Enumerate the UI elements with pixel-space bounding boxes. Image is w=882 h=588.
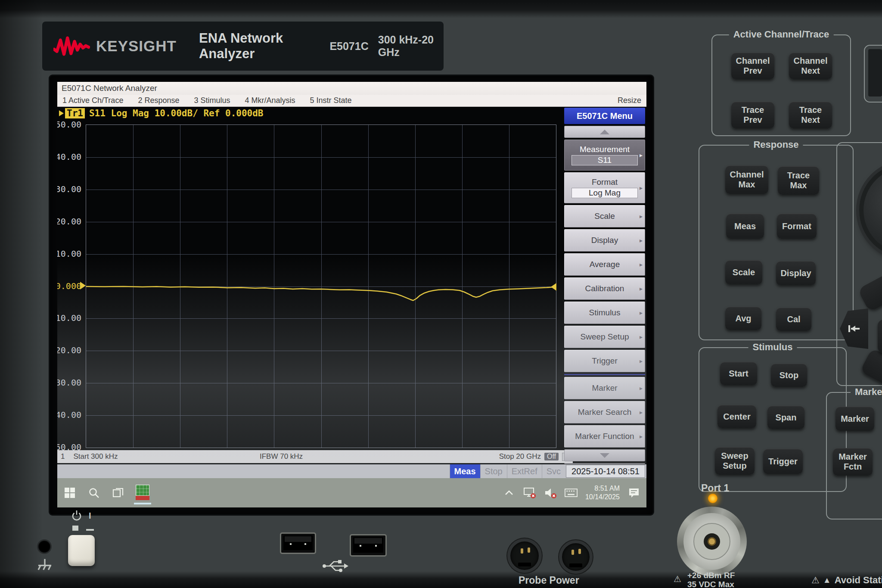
- top-edge-shadow: [0, 0, 882, 18]
- bottom-edge-shadow: [0, 571, 882, 588]
- submenu-arrow-icon: ▸: [640, 309, 643, 316]
- rating-line1: +26 dBm RF: [687, 571, 735, 580]
- network-analyzer-app-icon[interactable]: [136, 485, 149, 501]
- cal-button[interactable]: Cal: [776, 308, 811, 331]
- submenu-arrow-icon: ▸: [640, 358, 643, 364]
- network-status-error-icon[interactable]: [523, 486, 536, 499]
- sweep-info-bar: 1 Start 300 kHz IFBW 70 kHz Stop 20 GHz …: [57, 450, 573, 463]
- usb-symbol-icon: [321, 557, 348, 576]
- warning-icon: ⚠: [811, 575, 820, 585]
- start-button-icon[interactable]: [63, 486, 76, 499]
- softkey-stimulus[interactable]: Stimulus▸: [564, 302, 645, 324]
- y-axis-label: -30.00: [57, 377, 81, 388]
- display-button[interactable]: Display: [776, 261, 816, 285]
- softkey-scale[interactable]: Scale▸: [564, 205, 645, 227]
- port1-connector: [677, 507, 747, 576]
- task-view-icon[interactable]: [112, 486, 124, 499]
- start-button[interactable]: Start: [720, 362, 757, 385]
- stop-button[interactable]: Stop: [771, 364, 807, 387]
- probe-power-label: Probe Power: [519, 575, 579, 586]
- section-title: Response: [749, 139, 803, 150]
- y-axis-label: -20.00: [57, 345, 81, 355]
- tray-expand-icon[interactable]: [503, 486, 516, 499]
- softkey-trigger[interactable]: Trigger▸: [564, 350, 645, 372]
- menubar-item-1[interactable]: 1 Active Ch/Trace: [62, 96, 123, 105]
- avg-button[interactable]: Avg: [725, 307, 761, 330]
- softkey-label: Marker: [592, 383, 617, 393]
- menubar-item-5[interactable]: 5 Instr State: [310, 96, 352, 105]
- trace-prev-button[interactable]: Trace Prev: [731, 102, 774, 128]
- marker-fctn-button[interactable]: Marker Fctn: [833, 448, 873, 476]
- submenu-arrow-icon: ▸: [640, 385, 643, 392]
- ground-symbol-icon: [36, 557, 53, 576]
- softkey-average[interactable]: Average▸: [564, 253, 645, 276]
- ifbw-value: IFBW 70 kHz: [260, 452, 303, 461]
- trace-max-button[interactable]: Trace Max: [778, 166, 819, 195]
- power-state-icon: [86, 529, 94, 531]
- port1-label: Port 1: [701, 482, 729, 494]
- softkey-marker-function[interactable]: Marker Function▸: [564, 425, 645, 448]
- start-frequency: Start 300 kHz: [73, 452, 118, 461]
- esd-text: Avoid Stati: [835, 575, 882, 586]
- scale-button[interactable]: Scale: [725, 260, 762, 284]
- rating-line2: 35 VDC Max: [687, 580, 735, 588]
- notifications-icon[interactable]: [627, 486, 640, 499]
- softkey-display[interactable]: Display▸: [564, 229, 645, 252]
- taskbar-date: 10/14/2025: [585, 493, 620, 501]
- y-axis-label: 50.00: [57, 119, 81, 130]
- submenu-arrow-icon: ▸: [640, 152, 643, 159]
- channel-prev-button[interactable]: Channel Prev: [731, 53, 774, 79]
- submenu-arrow-icon: ▸: [640, 333, 643, 340]
- left-edge-shadow: [0, 0, 43, 588]
- channel-number: 1: [61, 452, 65, 461]
- softkey-marker-search[interactable]: Marker Search▸: [564, 401, 645, 423]
- port1-rating: +26 dBm RF 35 VDC Max: [687, 571, 735, 588]
- softmenu-header: E5071C Menu: [564, 108, 645, 124]
- off-badge[interactable]: Off: [544, 453, 559, 460]
- y-axis-label: 20.00: [57, 216, 81, 227]
- s11-trace: [86, 125, 556, 448]
- trigger-button[interactable]: Trigger: [763, 449, 803, 474]
- volume-muted-icon[interactable]: [544, 486, 557, 499]
- standby-symbol-icon: [71, 510, 82, 521]
- meas-button[interactable]: Meas: [726, 214, 764, 239]
- softkey-calibration[interactable]: Calibration▸: [564, 277, 645, 300]
- menu-items: 1 Active Ch/Trace2 Response3 Stimulus4 M…: [62, 96, 366, 105]
- softmenu-scroll-down[interactable]: [564, 449, 645, 461]
- channel-max-button[interactable]: Channel Max: [725, 165, 768, 194]
- keysight-logo-icon: [53, 34, 90, 59]
- y-axis-labels: 50.0040.0030.0020.0010.000.000-10.00-20.…: [57, 124, 83, 447]
- softkey-measurement[interactable]: MeasurementS11▸: [564, 140, 645, 171]
- channel-next-button[interactable]: Channel Next: [789, 53, 832, 79]
- power-button[interactable]: [68, 535, 95, 566]
- y-axis-label: 40.00: [57, 152, 81, 162]
- nav-center-key[interactable]: [878, 320, 882, 353]
- trace-next-button[interactable]: Trace Next: [789, 102, 832, 128]
- softmenu-scroll-up[interactable]: [564, 126, 645, 138]
- marker-button[interactable]: Marker: [835, 407, 874, 431]
- taskbar-clock[interactable]: 8:51 AM 10/14/2025: [585, 484, 620, 501]
- softkey-menu: E5071C MenuMeasurementS11▸FormatLog Mag▸…: [564, 108, 645, 463]
- y-axis-ref-label: 0.000: [57, 281, 81, 291]
- softkey-marker[interactable]: Marker▸: [564, 377, 645, 399]
- menubar-item-4[interactable]: 4 Mkr/Analysis: [245, 96, 295, 105]
- span-button[interactable]: Span: [767, 406, 804, 429]
- menubar-item-3[interactable]: 3 Stimulus: [194, 96, 230, 105]
- frequency-range: 300 kHz-20 GHz: [378, 34, 444, 59]
- section-title: Active Channel/Trace: [729, 29, 834, 40]
- center-button[interactable]: Center: [717, 405, 756, 428]
- resize-button[interactable]: Resize: [618, 96, 641, 105]
- menubar-item-2[interactable]: 2 Response: [138, 96, 179, 105]
- probe-power-connector-1: [507, 538, 542, 573]
- status-mode-stop: Stop: [480, 464, 507, 478]
- sweep-setup-button[interactable]: Sweep Setup: [715, 447, 755, 475]
- search-icon[interactable]: [87, 486, 100, 499]
- submenu-arrow-icon: ▸: [640, 213, 643, 220]
- touch-keyboard-icon[interactable]: [565, 486, 578, 499]
- softkey-format[interactable]: FormatLog Mag▸: [564, 172, 645, 203]
- trace-header: Tr1 S11 Log Mag 10.00dB/ Ref 0.000dB: [59, 108, 264, 119]
- window-menubar: 1 Active Ch/Trace2 Response3 Stimulus4 M…: [57, 95, 646, 107]
- reference-level-marker-icon: [80, 282, 86, 289]
- softkey-sweep-setup[interactable]: Sweep Setup▸: [564, 326, 645, 348]
- format-button[interactable]: Format: [777, 214, 817, 239]
